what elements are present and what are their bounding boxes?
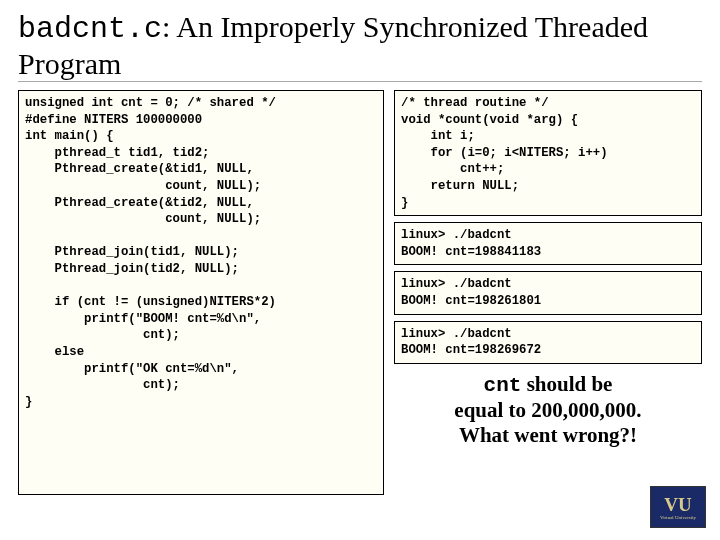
vu-logo-subtext: Virtual University [660,515,696,520]
slide-title: badcnt.c: An Improperly Synchronized Thr… [18,10,702,82]
title-filename: badcnt.c [18,12,162,46]
output-box-2: linux> ./badcnt BOOM! cnt=198261801 [394,271,702,314]
title-underline: badcnt.c: An Improperly Synchronized Thr… [18,10,702,82]
vu-logo-text: VU [664,495,691,514]
footnote-cnt: cnt [484,374,522,397]
main-code-box: unsigned int cnt = 0; /* shared */ #defi… [18,90,384,495]
vu-logo: VU Virtual University [650,486,706,528]
footnote-line3: What went wrong?! [459,423,637,447]
footnote-line1-rest: should be [521,372,612,396]
footnote: cnt should be equal to 200,000,000. What… [394,372,702,449]
content-row: unsigned int cnt = 0; /* shared */ #defi… [18,90,702,495]
right-column: /* thread routine */ void *count(void *a… [394,90,702,495]
thread-routine-box: /* thread routine */ void *count(void *a… [394,90,702,216]
output-box-3: linux> ./badcnt BOOM! cnt=198269672 [394,321,702,364]
output-box-1: linux> ./badcnt BOOM! cnt=198841183 [394,222,702,265]
slide: badcnt.c: An Improperly Synchronized Thr… [0,0,720,540]
footnote-line2: equal to 200,000,000. [454,398,641,422]
